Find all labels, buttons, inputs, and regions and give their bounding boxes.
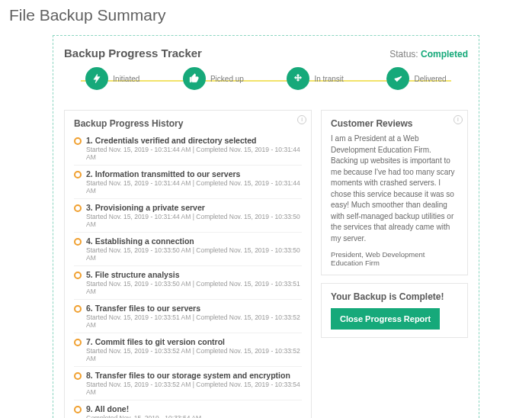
bullet-icon	[74, 171, 82, 178]
bullet-icon	[74, 372, 82, 380]
bullet-icon	[74, 137, 82, 145]
history-item-title: 2. Information transmitted to our server…	[86, 169, 240, 178]
history-item-title: 9. All done!	[86, 404, 129, 413]
tracker-step-initiated: Initiated	[85, 67, 139, 90]
history-item-times: Started Nov. 15, 2019 - 10:31:44 AM | Co…	[86, 146, 302, 161]
progress-tracker: Initiated Picked up In transit Delivered	[64, 67, 468, 101]
tracker-label: Delivered	[414, 75, 446, 83]
bullet-icon	[74, 305, 82, 313]
info-icon[interactable]: i	[297, 115, 306, 124]
backup-tracker-card: Backup Progress Tracker Status: Complete…	[53, 35, 479, 418]
bullet-icon	[74, 339, 82, 346]
bullet-icon	[74, 204, 82, 212]
history-item-times: Started Nov. 15, 2019 - 10:33:51 AM | Co…	[86, 314, 302, 329]
page-title: File Backup Summary	[9, 6, 523, 24]
history-item-title: 4. Establishing a connection	[86, 236, 194, 246]
history-item-title: 1. Credentials verified and directory se…	[86, 136, 257, 145]
bullet-icon	[74, 272, 82, 279]
history-item-times: Started Nov. 15, 2019 - 10:33:50 AM | Co…	[86, 246, 302, 262]
history-item: 9. All done!Completed Nov. 15, 2019 - 10…	[74, 402, 302, 418]
complete-panel: Your Backup is Complete! Close Progress …	[321, 283, 468, 338]
complete-title: Your Backup is Complete!	[331, 291, 458, 302]
tracker-step-intransit: In transit	[287, 67, 343, 90]
tracker-label: Initiated	[113, 75, 139, 83]
reviews-title: Customer Reviews	[331, 118, 458, 129]
history-title: Backup Progress History	[74, 118, 302, 129]
tracker-step-pickedup: Picked up	[183, 67, 244, 90]
reviews-panel: i Customer Reviews I am a President at a…	[321, 110, 468, 275]
history-item-title: 5. File structure analysis	[86, 270, 180, 279]
status-wrap: Status: Completed	[389, 49, 468, 59]
history-item: 6. Transfer files to our serversStarted …	[74, 301, 302, 331]
info-icon[interactable]: i	[453, 115, 463, 124]
tracker-step-delivered: Delivered	[386, 67, 446, 90]
close-report-button[interactable]: Close Progress Report	[331, 308, 440, 330]
history-item: 1. Credentials verified and directory se…	[74, 133, 302, 163]
history-item: 3. Provisioning a private serverStarted …	[74, 201, 302, 230]
history-item-times: Started Nov. 15, 2019 - 10:33:52 AM | Co…	[86, 381, 302, 396]
history-item: 4. Establishing a connectionStarted Nov.…	[74, 234, 302, 264]
bullet-icon	[74, 406, 82, 413]
card-title: Backup Progress Tracker	[64, 47, 202, 59]
review-body: I am a President at a Web Development Ed…	[331, 133, 458, 244]
move-icon	[287, 67, 309, 90]
history-item-title: 6. Transfer files to our servers	[86, 304, 200, 313]
history-list: 1. Credentials verified and directory se…	[74, 133, 302, 418]
history-item-times: Started Nov. 15, 2019 - 10:31:44 AM | Co…	[86, 179, 302, 195]
history-panel: i Backup Progress History 1. Credentials…	[64, 110, 312, 418]
status-value: Completed	[421, 49, 468, 59]
tracker-label: In transit	[314, 75, 343, 83]
history-item-title: 3. Provisioning a private server	[86, 203, 205, 212]
status-label: Status:	[389, 49, 418, 59]
history-item-times: Started Nov. 15, 2019 - 10:33:50 AM | Co…	[86, 280, 302, 295]
bullet-icon	[74, 238, 82, 246]
history-item: 2. Information transmitted to our server…	[74, 167, 302, 197]
history-item-times: Started Nov. 15, 2019 - 10:33:52 AM | Co…	[86, 347, 302, 362]
check-icon	[386, 67, 409, 90]
history-item: 7. Commit files to git version controlSt…	[74, 335, 302, 365]
history-item: 8. Transfer files to our storage system …	[74, 368, 302, 398]
bolt-icon	[85, 67, 108, 90]
thumb-up-icon	[183, 67, 206, 90]
tracker-label: Picked up	[210, 75, 244, 83]
history-item-title: 7. Commit files to git version control	[86, 337, 225, 346]
review-signature: President, Web Development Education Fir…	[331, 250, 458, 267]
history-item: 5. File structure analysisStarted Nov. 1…	[74, 268, 302, 297]
history-item-title: 8. Transfer files to our storage system …	[86, 371, 290, 380]
history-item-times: Started Nov. 15, 2019 - 10:31:44 AM | Co…	[86, 213, 302, 228]
history-item-times: Completed Nov. 15, 2019 - 10:33:54 AM	[86, 414, 302, 418]
